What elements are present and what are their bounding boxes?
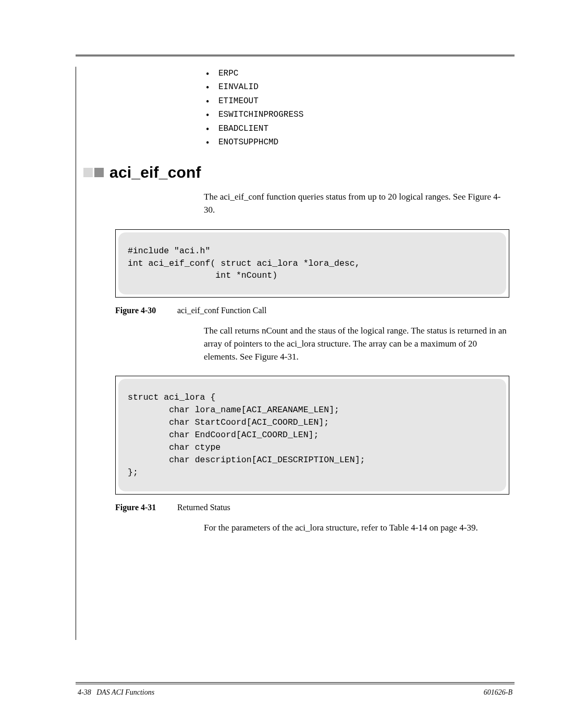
figure-label: Figure 4-30 (115, 306, 175, 315)
paragraph-block: The call returns nCount and the staus of… (204, 325, 509, 363)
figure-text: aci_eif_conf Function Call (177, 306, 267, 315)
figure-text: Returned Status (177, 503, 230, 512)
page-footer: 4-38 DAS ACI Functions 601626-B (76, 682, 515, 697)
code-figure-30: #include "aci.h" int aci_eif_conf( struc… (115, 229, 509, 298)
content-area: ERPC EINVALID ETIMEOUT ESWITCHINPROGRESS… (76, 67, 515, 640)
code-block: #include "aci.h" int aci_eif_conf( struc… (118, 232, 506, 295)
page-number: 4-38 (78, 688, 91, 696)
code-figure-31: struct aci_lora { char lora_name[ACI_ARE… (115, 376, 509, 494)
section-title: aci_eif_conf (109, 164, 201, 181)
figure-caption-30: Figure 4-30 aci_eif_conf Function Call (115, 306, 515, 315)
footer-doc-id: 601626-B (484, 688, 515, 697)
heading-square-icon (94, 168, 104, 177)
list-item: ERPC (204, 67, 509, 80)
paragraph: The aci_eif_conf function queries status… (204, 191, 509, 216)
footer-rule (76, 682, 515, 685)
paragraph: The call returns nCount and the staus of… (204, 325, 509, 363)
heading-square-icon (83, 168, 93, 177)
footer-left: 4-38 DAS ACI Functions (76, 688, 154, 697)
list-item: ETIMEOUT (204, 94, 509, 108)
intro-paragraph-block: The aci_eif_conf function queries status… (204, 191, 509, 216)
list-item: ESWITCHINPROGRESS (204, 108, 509, 121)
page-frame: ERPC EINVALID ETIMEOUT ESWITCHINPROGRESS… (76, 55, 515, 681)
list-item: EBADCLIENT (204, 122, 509, 135)
figure-caption-31: Figure 4-31 Returned Status (115, 503, 515, 512)
code-block: struct aci_lora { char lora_name[ACI_ARE… (118, 379, 506, 491)
paragraph-block: For the parameters of the aci_lora struc… (204, 522, 509, 535)
paragraph: For the parameters of the aci_lora struc… (204, 522, 509, 535)
error-list-block: ERPC EINVALID ETIMEOUT ESWITCHINPROGRESS… (204, 67, 509, 149)
list-item: EINVALID (204, 80, 509, 94)
error-list: ERPC EINVALID ETIMEOUT ESWITCHINPROGRESS… (204, 67, 509, 149)
top-rule (76, 55, 515, 56)
figure-label: Figure 4-31 (115, 503, 175, 512)
chapter-name: DAS ACI Functions (96, 688, 154, 696)
list-item: ENOTSUPPHCMD (204, 135, 509, 149)
section-heading: aci_eif_conf (83, 164, 515, 181)
